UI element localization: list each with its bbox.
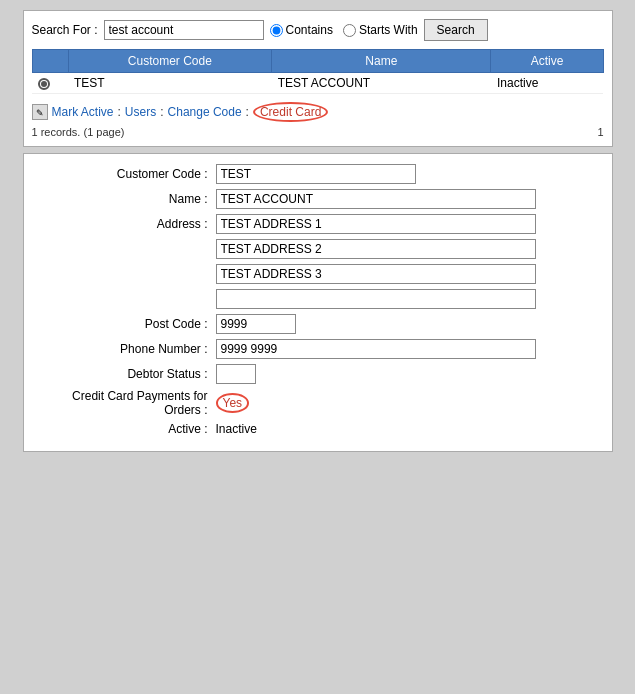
search-input[interactable]: [104, 20, 264, 40]
results-table: Customer Code Name Active TEST TEST ACCO…: [32, 49, 604, 94]
address1-input[interactable]: [216, 214, 536, 234]
form-row-phone: Phone Number :: [36, 339, 600, 359]
starts-with-radio-label[interactable]: Starts With: [343, 23, 418, 37]
col-select: [32, 50, 68, 73]
form-row-addr1: Address :: [36, 214, 600, 234]
form-row-code: Customer Code :: [36, 164, 600, 184]
debtor-label: Debtor Status :: [36, 367, 216, 381]
row-radio[interactable]: [32, 73, 68, 94]
col-customer-code: Customer Code: [68, 50, 272, 73]
form-row-debtor: Debtor Status :: [36, 364, 600, 384]
address-label: Address :: [36, 217, 216, 231]
radio-group: Contains Starts With: [270, 23, 418, 37]
form-row-credit-card: Credit Card Payments for Orders : Yes: [36, 389, 600, 417]
search-bar: Search For : Contains Starts With Search: [32, 19, 604, 41]
customer-code-input[interactable]: [216, 164, 416, 184]
radio-dot-inner: [41, 81, 47, 87]
records-text: 1 records. (1 page): [32, 126, 125, 138]
edit-icon: ✎: [32, 104, 48, 120]
form-row-name: Name :: [36, 189, 600, 209]
postcode-input[interactable]: [216, 314, 296, 334]
credit-card-label: Credit Card Payments for Orders :: [36, 389, 216, 417]
change-code-link[interactable]: Change Code: [168, 105, 242, 119]
debtor-input[interactable]: [216, 364, 256, 384]
contains-radio-label[interactable]: Contains: [270, 23, 333, 37]
credit-card-value: Yes: [216, 393, 250, 413]
name-input[interactable]: [216, 189, 536, 209]
sep2: :: [160, 105, 163, 119]
search-button[interactable]: Search: [424, 19, 488, 41]
radio-dot: [38, 78, 50, 90]
phone-input[interactable]: [216, 339, 536, 359]
form-row-active: Active : Inactive: [36, 422, 600, 436]
search-for-label: Search For :: [32, 23, 98, 37]
phone-label: Phone Number :: [36, 342, 216, 356]
row-active: Inactive: [491, 73, 603, 94]
row-name: TEST ACCOUNT: [272, 73, 491, 94]
customer-code-label: Customer Code :: [36, 167, 216, 181]
col-name: Name: [272, 50, 491, 73]
main-container: Search For : Contains Starts With Search…: [23, 10, 613, 452]
table-row[interactable]: TEST TEST ACCOUNT Inactive: [32, 73, 603, 94]
search-panel: Search For : Contains Starts With Search…: [23, 10, 613, 147]
form-panel: Customer Code : Name : Address : Post Co…: [23, 153, 613, 452]
row-code: TEST: [68, 73, 272, 94]
table-body: TEST TEST ACCOUNT Inactive: [32, 73, 603, 94]
records-count: 1: [597, 126, 603, 138]
sep1: :: [118, 105, 121, 119]
contains-radio[interactable]: [270, 24, 283, 37]
form-row-addr4: [36, 289, 600, 309]
starts-with-radio[interactable]: [343, 24, 356, 37]
active-label: Active :: [36, 422, 216, 436]
active-value: Inactive: [216, 422, 257, 436]
col-active: Active: [491, 50, 603, 73]
credit-card-link[interactable]: Credit Card: [253, 102, 328, 122]
sep3: :: [246, 105, 249, 119]
form-row-postcode: Post Code :: [36, 314, 600, 334]
name-label: Name :: [36, 192, 216, 206]
users-link[interactable]: Users: [125, 105, 156, 119]
table-header: Customer Code Name Active: [32, 50, 603, 73]
form-row-addr2: [36, 239, 600, 259]
address3-input[interactable]: [216, 264, 536, 284]
address2-input[interactable]: [216, 239, 536, 259]
records-info: 1 records. (1 page) 1: [32, 126, 604, 138]
form-row-addr3: [36, 264, 600, 284]
address4-input[interactable]: [216, 289, 536, 309]
mark-active-link[interactable]: Mark Active: [52, 105, 114, 119]
actions-row: ✎ Mark Active : Users : Change Code : Cr…: [32, 102, 604, 122]
postcode-label: Post Code :: [36, 317, 216, 331]
